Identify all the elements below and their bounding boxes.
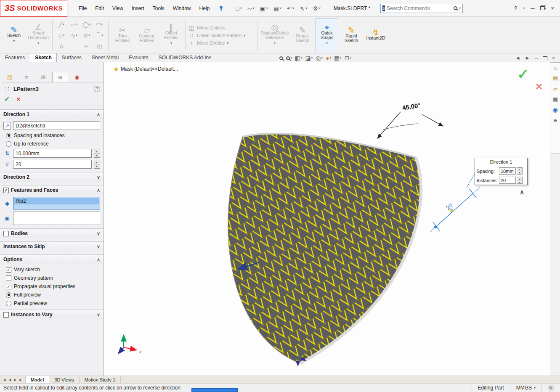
features-to-pattern-list[interactable]: Rib2 xyxy=(13,197,100,209)
shield-model[interactable] xyxy=(209,121,436,376)
circle-tool-button[interactable]: ◯▾ xyxy=(80,19,93,30)
next-tab-button[interactable]: ► xyxy=(13,378,17,382)
breadcrumb-text[interactable]: Mask (Default<<Default... xyxy=(121,66,178,72)
features-faces-header[interactable]: ✓ Features and Faces ∧ xyxy=(0,185,104,195)
direction2-header[interactable]: Direction 2 ∨ xyxy=(0,172,104,182)
menu-window[interactable]: Window xyxy=(169,4,195,13)
search-icon[interactable] xyxy=(454,6,457,10)
quick-snaps-button[interactable]: ⌖ Quick Snaps ▾ xyxy=(316,19,338,52)
repair-sketch-button[interactable]: ✎ Repair Sketch xyxy=(291,19,314,52)
instances-up-button[interactable]: ▴ xyxy=(94,160,100,164)
select-button[interactable]: ⇖▾ xyxy=(298,3,310,13)
rapid-sketch-button[interactable]: ✎ Rapid Sketch xyxy=(340,19,363,52)
instances-to-vary-checkbox[interactable] xyxy=(3,312,9,318)
zoom-area-button[interactable]: ▾ xyxy=(286,56,292,60)
callout-spacing-down-button[interactable]: ▾ xyxy=(517,171,522,175)
3d-views-tab[interactable]: 3D Views xyxy=(49,376,79,383)
geometry-pattern-checkbox[interactable] xyxy=(6,275,11,281)
next-pane-button[interactable]: ► xyxy=(525,55,530,61)
motion-study-tab[interactable]: Motion Study 1 xyxy=(80,376,121,383)
bodies-header[interactable]: Bodies ∨ xyxy=(0,228,104,238)
trim-small-tool-button[interactable]: ✂ xyxy=(80,41,93,52)
search-scope-icon[interactable]: S xyxy=(382,5,385,11)
vary-sketch-checkbox[interactable]: ✓ xyxy=(6,267,11,273)
home-icon[interactable]: ⌂ xyxy=(553,64,557,71)
offset-entities-button[interactable]: ∥ Offset Entities ▾ xyxy=(160,19,183,52)
menu-edit[interactable]: Edit xyxy=(91,4,108,13)
view-orientation-button[interactable]: ⊡▾ xyxy=(345,55,351,61)
doc-restore-button[interactable] xyxy=(543,56,547,60)
polygon-tool-button[interactable]: ◇▾ xyxy=(55,30,68,41)
section-view-button[interactable]: ◧▾ xyxy=(295,55,303,61)
feature-list-item[interactable]: Rib2 xyxy=(14,198,99,204)
instances-down-button[interactable]: ▾ xyxy=(94,164,100,168)
maximize-button[interactable] xyxy=(540,6,545,10)
tab-sheet-metal[interactable]: Sheet Metal xyxy=(87,53,124,62)
spline-tool-button[interactable]: ∿▾ xyxy=(68,30,80,41)
rectangle-tool-button[interactable]: ▭▾ xyxy=(68,19,80,30)
display-delete-relations-button[interactable]: ◎ Display/Delete Relations ▾ xyxy=(260,19,289,52)
trim-entities-button[interactable]: ✂ Trim Entities xyxy=(111,19,134,52)
pin-menu-icon[interactable] xyxy=(218,5,224,12)
tab-sketch[interactable]: Sketch xyxy=(30,53,56,62)
model-canvas[interactable]: 45.00° 20 xyxy=(104,62,550,376)
direction1-callout[interactable]: Direction 1 Spacing: 10mm ▴ ▾ Instances:… xyxy=(475,158,528,185)
mirror-small-tool-button[interactable]: ◫ xyxy=(93,41,106,52)
spacing-dimension[interactable]: 20 xyxy=(430,174,480,232)
angle-dimension-text[interactable]: 45.00° xyxy=(402,101,421,111)
spacing-up-button[interactable]: ▴ xyxy=(94,149,100,153)
callout-spacing-input[interactable]: 10mm xyxy=(499,167,516,175)
graphics-viewport[interactable]: 45.00° 20 xyxy=(104,62,550,376)
options-header[interactable]: Options ∧ xyxy=(0,254,104,264)
apply-scene-button[interactable]: ▦▾ xyxy=(334,55,342,61)
smart-dimension-button[interactable]: ∠ Smart Dimension ▾ xyxy=(27,19,50,52)
text-tool-button[interactable]: A xyxy=(55,41,68,52)
minimize-button[interactable]: ─ xyxy=(529,4,536,12)
dimxpertmanager-tab[interactable]: ⊕ xyxy=(52,72,68,82)
features-faces-checkbox[interactable]: ✓ xyxy=(3,188,9,193)
menu-help[interactable]: Help xyxy=(196,4,214,13)
instances-input[interactable]: 20 xyxy=(13,160,92,169)
instances-to-vary-header[interactable]: Instances to Vary ∨ xyxy=(0,310,104,319)
first-tab-button[interactable]: ◄ xyxy=(3,378,6,382)
direction1-reference-field[interactable]: D2@Sketch3 xyxy=(13,121,100,130)
document-breadcrumb[interactable]: ◆ Mask (Default<<Default... xyxy=(114,66,178,72)
confirmation-cancel-button[interactable]: × xyxy=(536,80,542,93)
tab-evaluate[interactable]: Evaluate xyxy=(124,53,154,62)
menu-tools[interactable]: Tools xyxy=(149,4,168,13)
view-palette-icon[interactable]: ▦ xyxy=(552,96,558,103)
spacing-down-button[interactable]: ▾ xyxy=(94,153,100,157)
print-button[interactable]: ▤▾ xyxy=(271,3,284,13)
tab-solidworks-addins[interactable]: SOLIDWORKS Add-Ins xyxy=(154,53,216,62)
propertymanager-tab[interactable]: ≡ xyxy=(19,72,35,82)
quick-tips-button[interactable]: ✎ xyxy=(541,384,560,392)
zoom-fit-button[interactable] xyxy=(279,56,283,60)
confirmation-ok-button[interactable]: ✓ xyxy=(517,66,529,82)
ok-button[interactable]: ✓ xyxy=(4,95,10,103)
previous-tab-button[interactable]: ◄ xyxy=(8,378,12,382)
angle-dimension[interactable]: 45.00° xyxy=(377,101,443,138)
configurationmanager-tab[interactable]: ⊞ xyxy=(35,72,51,82)
featuremanager-tab[interactable]: ▤ xyxy=(2,72,18,82)
callout-spacing-up-button[interactable]: ▴ xyxy=(517,168,522,171)
sketch-button[interactable]: ✎ Sketch ▾ xyxy=(3,19,25,52)
ellipse-tool-button[interactable]: ⊙▾ xyxy=(80,30,93,41)
help-icon[interactable]: ? xyxy=(94,86,100,92)
callout-instances-up-button[interactable]: ▴ xyxy=(517,177,522,180)
appearances-icon[interactable]: ◉ xyxy=(552,106,557,113)
design-library-icon[interactable]: ▤ xyxy=(552,75,558,82)
arc-tool-button[interactable]: ◠▾ xyxy=(93,19,106,30)
spacing-input[interactable]: 10.000mm xyxy=(13,149,92,158)
hide-show-items-button[interactable]: ◎▾ xyxy=(316,55,323,61)
last-tab-button[interactable]: ► xyxy=(19,378,23,382)
cancel-button[interactable]: × xyxy=(16,95,20,103)
file-explorer-icon[interactable]: ▱ xyxy=(553,85,557,92)
open-button[interactable]: ▱▾ xyxy=(245,3,257,13)
line-tool-button[interactable]: ╱▾ xyxy=(55,19,68,30)
point-tool-button[interactable]: ∙ xyxy=(68,41,80,52)
mirror-entities-button[interactable]: ◫Mirror Entities xyxy=(188,25,255,31)
help-dropdown-icon[interactable]: ▾ xyxy=(523,6,525,10)
help-button[interactable]: ? xyxy=(512,4,519,12)
doc-minimize-button[interactable]: ─ xyxy=(534,55,538,61)
units-selector[interactable]: MMGS▾ xyxy=(510,384,541,392)
